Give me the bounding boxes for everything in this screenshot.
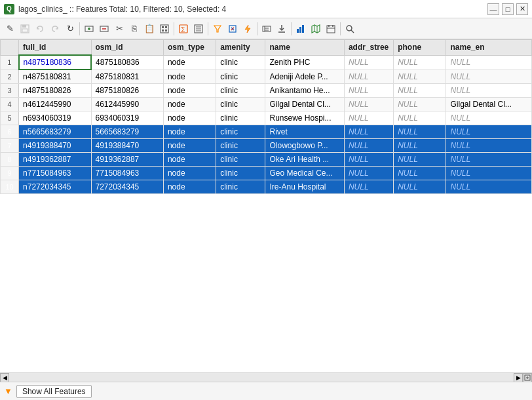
close-button[interactable]: ✕ [516,3,528,15]
hscrollbar[interactable]: ◀ ▶ [0,372,532,382]
cell-addr-stree[interactable]: NULL [344,167,393,180]
cell-name-en[interactable]: NULL [446,84,532,98]
table-row[interactable]: 6n56656832795665683279nodeclinicRivetNUL… [1,125,532,139]
cell-amenity[interactable]: clinic [216,55,265,70]
col-header-amenity[interactable]: amenity [216,40,265,56]
minimize-button[interactable]: — [487,3,499,15]
cell-osm-id[interactable]: 4875180836 [91,55,163,70]
cell-addr-stree[interactable]: NULL [344,70,393,84]
table-row[interactable]: 7n49193884704919388470nodeclinicOlowogbo… [1,139,532,153]
window-controls[interactable]: — □ ✕ [487,3,528,15]
cell-amenity[interactable]: clinic [216,139,265,153]
edit-pencil-button[interactable]: ✎ [3,22,17,36]
cell-addr-stree[interactable]: NULL [344,153,393,167]
cell-amenity[interactable]: clinic [216,180,265,194]
cell-amenity[interactable]: clinic [216,153,265,167]
cell-full-id[interactable]: n4919388470 [19,139,91,153]
cell-addr-stree[interactable]: NULL [344,84,393,98]
cell-name[interactable]: Olowogbowo P... [265,139,344,153]
cell-osm-type[interactable]: node [163,84,216,98]
cell-osm-id[interactable]: 4919388470 [91,139,163,153]
cell-osm-type[interactable]: node [163,167,216,180]
cell-addr-stree[interactable]: NULL [344,55,393,70]
cell-addr-stree[interactable]: NULL [344,111,393,125]
cell-name-en[interactable]: NULL [446,180,532,194]
col-header-addr-stree[interactable]: addr_stree [344,40,393,56]
col-header-osm-id[interactable]: osm_id [91,40,163,56]
cell-name[interactable]: Adeniji Adele P... [265,70,344,84]
cell-name[interactable]: Gilgal Dental Cl... [265,98,344,111]
cell-phone[interactable]: NULL [394,180,446,194]
show-all-features-button[interactable]: Show All Features [16,385,92,398]
copy-button[interactable]: ⎘ [127,22,142,36]
refresh-button[interactable]: ↻ [63,22,77,36]
zoom-full-button[interactable] [157,22,172,36]
cell-phone[interactable]: NULL [394,153,446,167]
col-header-name-en[interactable]: name_en [446,40,532,56]
cell-addr-stree[interactable]: NULL [344,180,393,194]
cell-name[interactable]: Zenith PHC [265,55,344,70]
add-row-button[interactable] [82,22,96,36]
export-button[interactable] [259,22,274,36]
cell-amenity[interactable]: clinic [216,84,265,98]
scroll-track[interactable] [9,373,514,382]
cell-phone[interactable]: NULL [394,139,446,153]
cell-full-id[interactable]: n5665683279 [19,125,91,139]
conditional-format-button[interactable] [191,22,206,36]
stats-button[interactable] [294,22,308,36]
cell-amenity[interactable]: clinic [216,98,265,111]
delete-row-button[interactable] [97,22,111,36]
cell-name-en[interactable]: NULL [446,111,532,125]
cell-full-id[interactable]: n4919362887 [19,153,91,167]
cell-addr-stree[interactable]: NULL [344,98,393,111]
cell-name-en[interactable]: Gilgal Dental Cl... [446,98,532,111]
cell-amenity[interactable]: clinic [216,111,265,125]
cell-name[interactable]: Rivet [265,125,344,139]
col-header-phone[interactable]: phone [394,40,446,56]
table-row[interactable]: 10n72720343457272034345nodeclinicIre-Anu… [1,180,532,194]
cell-osm-type[interactable]: node [163,111,216,125]
cell-osm-type[interactable]: node [163,125,216,139]
search-button[interactable] [343,22,357,36]
calendar-button[interactable] [324,22,338,36]
cell-name[interactable]: Oke Ari Health ... [265,153,344,167]
cell-phone[interactable]: NULL [394,55,446,70]
cell-osm-type[interactable]: node [163,98,216,111]
cell-full-id[interactable]: n4612445990 [19,98,91,111]
table-row[interactable]: 5n69340603196934060319nodeclinicRunsewe … [1,111,532,125]
cell-osm-id[interactable]: 5665683279 [91,125,163,139]
col-header-osm-type[interactable]: osm_type [163,40,216,56]
cell-amenity[interactable]: clinic [216,125,265,139]
cell-name-en[interactable]: NULL [446,153,532,167]
cell-osm-id[interactable]: 7715084963 [91,167,163,180]
zoom-fit-button[interactable] [523,373,532,382]
cell-amenity[interactable]: clinic [216,167,265,180]
cut-button[interactable]: ✂ [112,22,126,36]
scroll-left-button[interactable]: ◀ [0,373,9,382]
cell-full-id[interactable]: n7715084963 [19,167,91,180]
cell-osm-id[interactable]: 4612445990 [91,98,163,111]
cell-name[interactable]: Ire-Anu Hospital [265,180,344,194]
cell-phone[interactable]: NULL [394,111,446,125]
cell-full-id[interactable]: n4875180831 [19,70,91,84]
filter-button[interactable] [210,22,225,36]
cell-name-en[interactable]: NULL [446,125,532,139]
cell-osm-type[interactable]: node [163,139,216,153]
cell-name-en[interactable]: NULL [446,167,532,180]
maximize-button[interactable]: □ [502,3,514,15]
cell-amenity[interactable]: clinic [216,70,265,84]
cell-phone[interactable]: NULL [394,125,446,139]
redo-button[interactable] [48,22,62,36]
cell-osm-id[interactable]: 7272034345 [91,180,163,194]
cell-osm-id[interactable]: 6934060319 [91,111,163,125]
cell-name[interactable]: Geo Medical Ce... [265,167,344,180]
cell-phone[interactable]: NULL [394,167,446,180]
cell-addr-stree[interactable]: NULL [344,139,393,153]
import-button[interactable] [275,22,289,36]
cell-phone[interactable]: NULL [394,98,446,111]
scroll-right-button[interactable]: ▶ [514,373,523,382]
table-row[interactable]: 4n46124459904612445990nodeclinicGilgal D… [1,98,532,111]
cell-osm-type[interactable]: node [163,180,216,194]
undo-button[interactable] [33,22,47,36]
cell-osm-type[interactable]: node [163,55,216,70]
